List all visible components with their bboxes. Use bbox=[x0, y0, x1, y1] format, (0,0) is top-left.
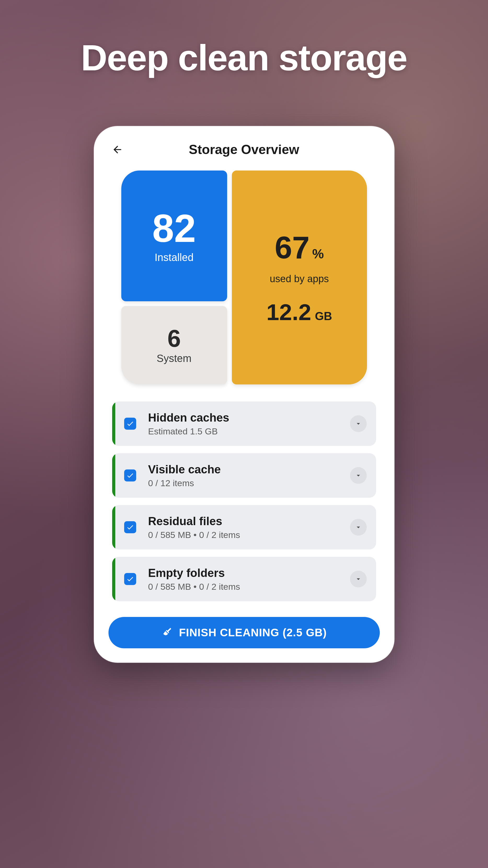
check-icon bbox=[126, 471, 134, 479]
chevron-down-icon bbox=[354, 575, 362, 583]
installed-label: Installed bbox=[155, 252, 194, 264]
phone-frame: Storage Overview 82 Installed 6 System 6… bbox=[94, 126, 394, 663]
chevron-down-icon bbox=[354, 420, 362, 428]
system-label: System bbox=[157, 352, 191, 364]
chevron-down-icon bbox=[354, 523, 362, 531]
check-icon bbox=[126, 575, 134, 583]
item-hidden-caches[interactable]: Hidden caches Estimated 1.5 GB bbox=[112, 401, 376, 446]
chevron-down-icon bbox=[354, 471, 362, 479]
storage-tiles: 82 Installed 6 System 67 % used by apps … bbox=[107, 170, 381, 384]
app-header: Storage Overview bbox=[107, 142, 381, 170]
installed-count: 82 bbox=[152, 209, 196, 248]
item-title: Hidden caches bbox=[148, 411, 350, 424]
item-subtitle: 0 / 585 MB • 0 / 2 items bbox=[148, 582, 350, 592]
item-empty-folders[interactable]: Empty folders 0 / 585 MB • 0 / 2 items bbox=[112, 557, 376, 601]
checkbox-empty-folders[interactable] bbox=[124, 573, 136, 585]
expand-empty-folders[interactable] bbox=[350, 571, 367, 587]
item-title: Empty folders bbox=[148, 566, 350, 580]
clean-items-list: Hidden caches Estimated 1.5 GB Visible c… bbox=[107, 401, 381, 601]
item-visible-cache[interactable]: Visible cache 0 / 12 items bbox=[112, 453, 376, 498]
item-subtitle: 0 / 585 MB • 0 / 2 items bbox=[148, 530, 350, 540]
check-icon bbox=[126, 523, 134, 531]
expand-hidden-caches[interactable] bbox=[350, 415, 367, 432]
used-percent: 67 bbox=[275, 229, 310, 266]
broom-icon bbox=[161, 627, 173, 639]
tile-used-by-apps[interactable]: 67 % used by apps 12.2 GB bbox=[232, 170, 367, 384]
used-size-unit: GB bbox=[315, 310, 332, 323]
hero-title: Deep clean storage bbox=[81, 37, 407, 79]
item-subtitle: Estimated 1.5 GB bbox=[148, 426, 350, 436]
expand-residual-files[interactable] bbox=[350, 519, 367, 536]
page-title: Storage Overview bbox=[109, 142, 379, 157]
checkbox-hidden-caches[interactable] bbox=[124, 417, 136, 430]
checkbox-residual-files[interactable] bbox=[124, 521, 136, 533]
check-icon bbox=[126, 420, 134, 428]
item-title: Visible cache bbox=[148, 463, 350, 476]
checkbox-visible-cache[interactable] bbox=[124, 469, 136, 482]
expand-visible-cache[interactable] bbox=[350, 467, 367, 484]
finish-cleaning-button[interactable]: FINISH CLEANING (2.5 GB) bbox=[108, 617, 380, 648]
item-residual-files[interactable]: Residual files 0 / 585 MB • 0 / 2 items bbox=[112, 505, 376, 550]
used-label: used by apps bbox=[270, 273, 329, 284]
percent-symbol: % bbox=[312, 246, 324, 261]
item-title: Residual files bbox=[148, 515, 350, 528]
used-size: 12.2 bbox=[266, 299, 311, 326]
item-subtitle: 0 / 12 items bbox=[148, 478, 350, 488]
cta-label: FINISH CLEANING (2.5 GB) bbox=[179, 626, 327, 639]
tile-installed[interactable]: 82 Installed bbox=[121, 170, 227, 301]
system-count: 6 bbox=[167, 327, 181, 350]
tile-system[interactable]: 6 System bbox=[121, 306, 227, 384]
